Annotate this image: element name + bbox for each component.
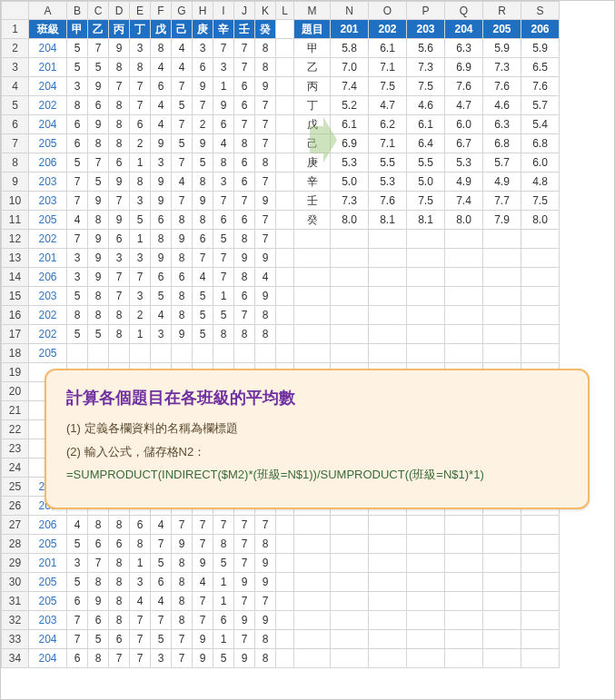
cell[interactable]: 5 — [193, 306, 213, 325]
cell[interactable]: 8 — [109, 611, 130, 630]
cell[interactable]: 5 — [67, 325, 88, 344]
cell[interactable]: 6 — [172, 268, 193, 287]
cell[interactable]: 205 — [483, 20, 521, 39]
cell[interactable]: 7 — [130, 268, 151, 287]
cell[interactable]: 6 — [234, 77, 255, 96]
cell[interactable] — [331, 592, 369, 611]
cell[interactable] — [521, 630, 560, 649]
cell[interactable]: 7 — [193, 535, 213, 554]
cell[interactable] — [294, 535, 331, 554]
cell[interactable]: 9 — [255, 611, 276, 630]
cell[interactable]: 3 — [109, 249, 130, 268]
cell[interactable] — [276, 630, 294, 649]
cell[interactable]: 5 — [193, 325, 213, 344]
cell[interactable] — [521, 592, 560, 611]
cell[interactable] — [483, 649, 521, 668]
cell[interactable]: 3 — [130, 573, 151, 592]
cell[interactable] — [276, 173, 294, 192]
cell[interactable] — [445, 344, 483, 363]
cell[interactable]: 6 — [109, 630, 130, 649]
cell[interactable] — [521, 230, 560, 249]
cell[interactable] — [407, 230, 445, 249]
cell[interactable]: 6 — [234, 211, 255, 230]
cell[interactable]: 7 — [130, 96, 151, 115]
cell[interactable]: 6.5 — [521, 58, 560, 77]
cell[interactable]: 7.6 — [445, 77, 483, 96]
row-header[interactable]: 30 — [2, 573, 29, 592]
cell[interactable]: 7 — [67, 230, 88, 249]
cell[interactable]: 7 — [255, 173, 276, 192]
cell[interactable]: 7 — [88, 153, 109, 173]
cell[interactable]: 9 — [234, 611, 255, 630]
cell[interactable] — [369, 554, 407, 573]
cell[interactable]: 2 — [130, 134, 151, 153]
cell[interactable]: 6 — [234, 96, 255, 115]
cell[interactable]: 9 — [193, 77, 213, 96]
cell[interactable] — [483, 516, 521, 535]
cell[interactable]: 6 — [151, 268, 172, 287]
cell[interactable]: 8 — [88, 573, 109, 592]
cell[interactable] — [521, 325, 560, 344]
cell[interactable] — [151, 344, 172, 363]
cell[interactable] — [407, 306, 445, 325]
row-header[interactable]: 15 — [2, 287, 29, 306]
cell[interactable] — [276, 306, 294, 325]
cell[interactable]: 3 — [130, 287, 151, 306]
cell[interactable]: 8 — [213, 153, 234, 173]
cell[interactable] — [407, 611, 445, 630]
col-header[interactable]: C — [88, 2, 109, 20]
cell[interactable]: 壬 — [234, 20, 255, 39]
cell[interactable]: 8 — [172, 611, 193, 630]
cell[interactable]: 205 — [29, 592, 67, 611]
cell[interactable] — [407, 535, 445, 554]
cell[interactable]: 7 — [213, 192, 234, 211]
cell[interactable]: 5.6 — [407, 39, 445, 58]
cell[interactable]: 201 — [29, 554, 67, 573]
cell[interactable] — [331, 611, 369, 630]
cell[interactable] — [276, 115, 294, 134]
cell[interactable]: 8 — [109, 516, 130, 535]
cell[interactable] — [521, 249, 560, 268]
cell[interactable]: 9 — [109, 211, 130, 230]
cell[interactable]: 5 — [151, 554, 172, 573]
cell[interactable]: 5 — [151, 287, 172, 306]
cell[interactable]: 3 — [151, 649, 172, 668]
cell[interactable] — [521, 287, 560, 306]
cell[interactable] — [294, 592, 331, 611]
cell[interactable]: 7 — [255, 211, 276, 230]
row-header[interactable]: 19 — [2, 363, 29, 382]
cell[interactable] — [294, 649, 331, 668]
row-header[interactable]: 17 — [2, 325, 29, 344]
cell[interactable] — [445, 592, 483, 611]
col-header[interactable]: D — [109, 2, 130, 20]
cell[interactable]: 7 — [193, 592, 213, 611]
cell[interactable]: 8 — [88, 287, 109, 306]
cell[interactable] — [369, 287, 407, 306]
cell[interactable]: 7 — [255, 134, 276, 153]
cell[interactable]: 3 — [130, 39, 151, 58]
cell[interactable] — [445, 287, 483, 306]
cell[interactable]: 己 — [172, 20, 193, 39]
cell[interactable]: 5.0 — [407, 173, 445, 192]
cell[interactable]: 8 — [213, 325, 234, 344]
cell[interactable] — [276, 20, 294, 39]
cell[interactable]: 1 — [130, 325, 151, 344]
cell[interactable] — [445, 325, 483, 344]
cell[interactable]: 癸 — [294, 211, 331, 230]
cell[interactable] — [294, 268, 331, 287]
cell[interactable] — [294, 287, 331, 306]
cell[interactable]: 9 — [88, 230, 109, 249]
cell[interactable] — [276, 211, 294, 230]
cell[interactable] — [445, 535, 483, 554]
row-header[interactable]: 24 — [2, 458, 29, 478]
cell[interactable] — [445, 554, 483, 573]
cell[interactable]: 7 — [67, 630, 88, 649]
cell[interactable]: 5 — [193, 153, 213, 173]
cell[interactable]: 3 — [67, 249, 88, 268]
cell[interactable]: 9 — [193, 134, 213, 153]
row-header[interactable]: 23 — [2, 439, 29, 458]
cell[interactable]: 3 — [67, 554, 88, 573]
cell[interactable]: 壬 — [294, 192, 331, 211]
cell[interactable] — [521, 535, 560, 554]
cell[interactable]: 6.1 — [369, 39, 407, 58]
